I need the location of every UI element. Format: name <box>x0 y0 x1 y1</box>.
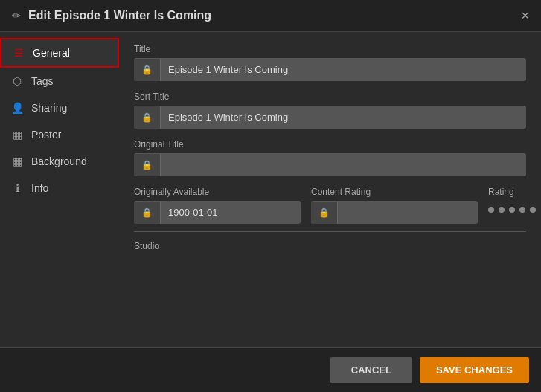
original-title-label: Original Title <box>134 139 526 150</box>
sidebar-item-background[interactable]: ▦ Background <box>0 148 119 175</box>
rating-dot-1 <box>488 207 494 213</box>
content-rating-group: Content Rating 🔒 <box>311 187 478 224</box>
sidebar-item-general[interactable]: ☰ General <box>0 38 119 68</box>
lock-icon: 🔒 <box>141 65 153 75</box>
available-lock: 🔒 <box>134 202 161 224</box>
sidebar-item-info[interactable]: ℹ Info <box>0 175 119 202</box>
title-label: Title <box>134 44 526 54</box>
original-title-lock: 🔒 <box>134 154 161 176</box>
studio-divider <box>134 231 526 232</box>
info-icon: ℹ <box>10 182 24 194</box>
dialog-body: ☰ General ⬡ Tags 👤 Sharing ▦ Poster ▦ Ba… <box>0 32 541 347</box>
originally-available-label: Originally Available <box>134 187 301 197</box>
close-button[interactable]: × <box>521 9 529 22</box>
sidebar: ☰ General ⬡ Tags 👤 Sharing ▦ Poster ▦ Ba… <box>0 32 119 347</box>
sort-title-field-group: Sort Title 🔒 <box>134 91 526 129</box>
poster-icon: ▦ <box>10 129 24 141</box>
sort-title-input-wrapper: 🔒 <box>134 106 526 129</box>
originally-available-group: Originally Available 🔒 <box>134 187 301 224</box>
sidebar-label-info: Info <box>31 182 48 194</box>
lock-icon-5: 🔒 <box>318 208 330 218</box>
dialog-footer: CANCEL SAVE CHANGES <box>0 347 541 392</box>
originally-available-input[interactable] <box>161 201 301 224</box>
content-rating-input[interactable] <box>338 201 478 224</box>
general-icon: ☰ <box>12 47 25 59</box>
title-lock: 🔒 <box>134 59 161 81</box>
content-rating-wrapper: 🔒 <box>311 201 478 224</box>
rating-dot-4 <box>519 207 525 213</box>
original-title-input-wrapper: 🔒 <box>134 153 526 176</box>
dialog-title: Edit Episode 1 Winter Is Coming <box>28 9 211 22</box>
studio-label: Studio <box>134 241 526 251</box>
title-input-wrapper: 🔒 <box>134 58 526 81</box>
rating-group: Rating <box>488 187 536 219</box>
rating-dot-3 <box>509 207 515 213</box>
row-fields: Originally Available 🔒 Content Rating 🔒 <box>134 187 526 224</box>
sort-title-lock: 🔒 <box>134 106 161 129</box>
tags-icon: ⬡ <box>10 75 24 87</box>
save-button[interactable]: SAVE CHANGES <box>420 357 529 383</box>
sidebar-label-background: Background <box>31 155 87 167</box>
lock-icon-2: 🔒 <box>141 112 153 123</box>
rating-label: Rating <box>488 187 536 197</box>
sort-title-label: Sort Title <box>134 91 526 102</box>
lock-icon-3: 🔒 <box>141 160 153 170</box>
sidebar-label-general: General <box>33 47 70 59</box>
dialog-header: ✏ Edit Episode 1 Winter Is Coming × <box>0 0 541 32</box>
edit-dialog: ✏ Edit Episode 1 Winter Is Coming × ☰ Ge… <box>0 0 541 392</box>
cancel-button[interactable]: CANCEL <box>330 357 412 383</box>
sidebar-item-poster[interactable]: ▦ Poster <box>0 121 119 148</box>
sidebar-item-sharing[interactable]: 👤 Sharing <box>0 94 119 121</box>
rating-dots <box>488 201 536 219</box>
sort-title-input[interactable] <box>161 106 526 129</box>
studio-group: Studio <box>134 231 526 251</box>
title-field-group: Title 🔒 <box>134 44 526 81</box>
title-input[interactable] <box>161 58 526 81</box>
edit-icon: ✏ <box>12 10 21 22</box>
content-rating-lock: 🔒 <box>311 202 338 224</box>
rating-dot-5 <box>530 207 536 213</box>
sharing-icon: 👤 <box>10 102 24 114</box>
original-title-input[interactable] <box>161 153 526 176</box>
rating-dot-2 <box>499 207 505 213</box>
originally-available-wrapper: 🔒 <box>134 201 301 224</box>
original-title-field-group: Original Title 🔒 <box>134 139 526 176</box>
sidebar-label-poster: Poster <box>31 129 61 141</box>
header-left: ✏ Edit Episode 1 Winter Is Coming <box>12 9 211 22</box>
main-content: Title 🔒 Sort Title 🔒 <box>119 32 541 347</box>
lock-icon-4: 🔒 <box>141 208 153 218</box>
sidebar-label-sharing: Sharing <box>31 102 67 114</box>
background-icon: ▦ <box>10 155 24 167</box>
content-rating-label: Content Rating <box>311 187 478 197</box>
sidebar-label-tags: Tags <box>31 75 54 87</box>
sidebar-item-tags[interactable]: ⬡ Tags <box>0 68 119 94</box>
